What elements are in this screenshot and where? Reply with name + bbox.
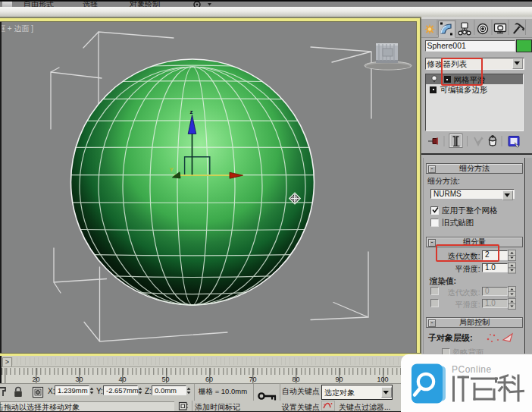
svg-text:PConline: PConline — [452, 364, 492, 375]
svg-text:Y: Y — [170, 167, 174, 172]
svg-text:z: z — [190, 109, 193, 115]
